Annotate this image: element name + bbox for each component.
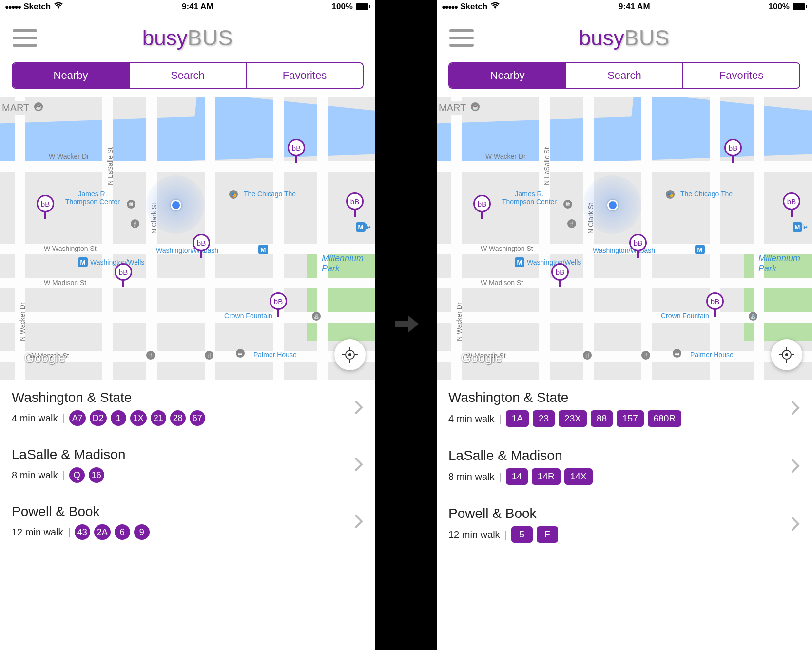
stop-list[interactable]: Washington & State4 min walk|A7D211X2128… bbox=[0, 380, 375, 650]
map-pin[interactable]: bB bbox=[288, 139, 305, 163]
battery-pct: 100% bbox=[769, 2, 790, 12]
tab-nearby[interactable]: Nearby bbox=[13, 63, 130, 88]
map-pin[interactable]: bB bbox=[724, 139, 742, 163]
route-badge[interactable]: 157 bbox=[617, 410, 644, 427]
map-pin[interactable]: bB bbox=[270, 292, 287, 317]
locate-button[interactable] bbox=[771, 339, 802, 370]
map-pin[interactable]: bB bbox=[706, 292, 724, 317]
route-badge[interactable]: 9 bbox=[134, 524, 150, 540]
route-badge[interactable]: 1X bbox=[130, 410, 147, 426]
map-pin[interactable]: bB bbox=[346, 192, 364, 217]
locate-button[interactable] bbox=[334, 339, 366, 370]
wifi-icon bbox=[54, 2, 63, 12]
status-time: 9:41 AM bbox=[182, 2, 213, 12]
route-badge[interactable]: 2A bbox=[94, 524, 111, 540]
map-pin[interactable]: bB bbox=[783, 192, 800, 217]
tab-bar: Nearby Search Favorites bbox=[448, 62, 800, 89]
tab-search[interactable]: Search bbox=[130, 63, 247, 88]
route-badge[interactable]: 28 bbox=[170, 410, 186, 426]
stop-sub: 4 min walk|1A2323X88157680R bbox=[448, 410, 800, 427]
metro-icon: M bbox=[258, 245, 268, 254]
battery-icon bbox=[356, 3, 370, 10]
tab-search[interactable]: Search bbox=[566, 63, 683, 88]
route-badge[interactable]: 16 bbox=[89, 467, 104, 483]
route-badge[interactable]: 1 bbox=[111, 410, 126, 426]
route-badge[interactable]: 5 bbox=[511, 526, 533, 543]
tab-favorites[interactable]: Favorites bbox=[683, 63, 799, 88]
route-badge[interactable]: 14X bbox=[564, 468, 593, 485]
poi-palmer: Palmer House bbox=[253, 351, 297, 359]
metro-icon: M bbox=[793, 222, 802, 232]
poi-icon: ⛲ bbox=[749, 312, 757, 321]
map-pin[interactable]: bB bbox=[115, 263, 132, 287]
route-badge[interactable]: Q bbox=[69, 467, 85, 483]
header: busyBUS bbox=[0, 14, 375, 62]
stop-list[interactable]: Washington & State4 min walk|1A2323X8815… bbox=[437, 380, 812, 650]
stop-name: LaSalle & Madison bbox=[448, 448, 800, 463]
poi-icon: 🍴 bbox=[146, 351, 155, 360]
map[interactable]: W Wacker Dr W Washington St W Madison St… bbox=[0, 97, 375, 380]
svg-point-11 bbox=[785, 353, 788, 356]
user-location-dot bbox=[171, 200, 181, 210]
poi-icon: ☕ bbox=[34, 102, 43, 111]
stop-row[interactable]: LaSalle & Madison8 min walk|Q16 bbox=[0, 437, 375, 494]
route-badge[interactable]: D2 bbox=[90, 410, 107, 426]
map-pin[interactable]: bB bbox=[37, 195, 54, 219]
route-badge[interactable]: 67 bbox=[190, 410, 205, 426]
map-cutoff: MART bbox=[437, 101, 468, 115]
stop-row[interactable]: Powell & Book12 min walk|5F bbox=[437, 496, 812, 554]
route-badge[interactable]: 14 bbox=[506, 468, 528, 485]
stop-name: Washington & State bbox=[12, 390, 364, 405]
route-badge[interactable]: 88 bbox=[591, 410, 613, 427]
poi-icon: 🍴 bbox=[131, 219, 139, 228]
route-badge[interactable]: 14R bbox=[532, 468, 561, 485]
user-location-dot bbox=[607, 200, 618, 210]
chevron-right-icon bbox=[354, 457, 364, 474]
route-badge[interactable]: 43 bbox=[75, 524, 90, 540]
route-badge[interactable]: 23 bbox=[533, 410, 555, 427]
map-pin[interactable]: bB bbox=[193, 234, 210, 258]
stop-row-partial[interactable] bbox=[437, 554, 812, 574]
stop-row[interactable]: LaSalle & Madison8 min walk|1414R14X bbox=[437, 438, 812, 496]
phone-left: ●●●●● Sketch 9:41 AM 100% busyBUS Nearby… bbox=[0, 0, 375, 650]
stop-row[interactable]: Washington & State4 min walk|A7D211X2128… bbox=[0, 380, 375, 437]
stop-row[interactable]: Powell & Book12 min walk|432A69 bbox=[0, 494, 375, 551]
map-pin[interactable]: bB bbox=[473, 195, 491, 219]
map-pin[interactable]: bB bbox=[551, 263, 569, 287]
stop-name: LaSalle & Madison bbox=[12, 447, 364, 462]
separator: | bbox=[505, 529, 507, 540]
route-badge[interactable]: 680R bbox=[648, 410, 681, 427]
menu-button[interactable] bbox=[13, 29, 37, 47]
street-wacker: W Wacker Dr bbox=[485, 153, 526, 160]
menu-button[interactable] bbox=[449, 29, 474, 47]
route-badge[interactable]: 6 bbox=[115, 524, 130, 540]
svg-rect-0 bbox=[356, 3, 368, 10]
walk-time: 12 min walk bbox=[448, 529, 500, 540]
route-badge[interactable]: 23X bbox=[559, 410, 587, 427]
poi-icon: 🏛 bbox=[127, 200, 135, 209]
chevron-right-icon bbox=[791, 400, 800, 418]
poi-crown: Crown Fountain bbox=[224, 312, 272, 320]
stop-sub: 12 min walk|5F bbox=[448, 526, 800, 543]
poi-palmer: Palmer House bbox=[690, 351, 734, 359]
stop-name: Washington & State bbox=[448, 390, 800, 405]
map[interactable]: W Wacker Dr W Washington St W Madison St… bbox=[437, 97, 812, 380]
poi-icon: 🏛 bbox=[563, 200, 572, 209]
route-badge[interactable]: 21 bbox=[151, 410, 166, 426]
map-pin[interactable]: bB bbox=[629, 234, 647, 258]
route-badge[interactable]: 1A bbox=[506, 410, 529, 427]
chevron-right-icon bbox=[354, 514, 364, 531]
route-badge[interactable]: F bbox=[537, 526, 558, 543]
stop-row[interactable]: Washington & State4 min walk|1A2323X8815… bbox=[437, 380, 812, 438]
separator: | bbox=[62, 470, 65, 481]
street-madison: W Madison St bbox=[44, 279, 86, 287]
stop-row-partial[interactable] bbox=[0, 551, 375, 571]
walk-time: 4 min walk bbox=[12, 413, 58, 424]
separator: | bbox=[499, 413, 502, 424]
metro-icon: M bbox=[78, 257, 88, 267]
tab-favorites[interactable]: Favorites bbox=[247, 63, 363, 88]
stop-name: Powell & Book bbox=[448, 506, 800, 521]
street-lasalle: N LaSalle St bbox=[106, 147, 114, 185]
tab-nearby[interactable]: Nearby bbox=[449, 63, 566, 88]
route-badge[interactable]: A7 bbox=[69, 410, 86, 426]
